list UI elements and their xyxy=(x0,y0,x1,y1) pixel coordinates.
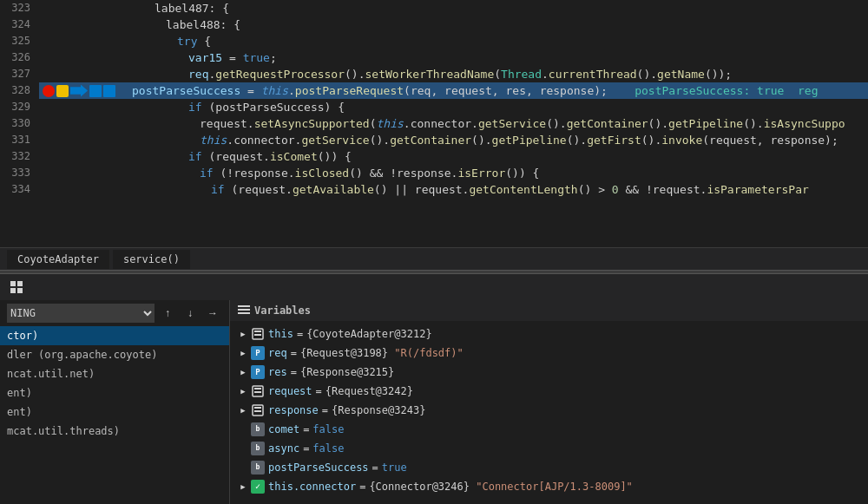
code-line-331: 331 this.connector.getService().getConta… xyxy=(0,132,868,148)
debug-arrow-indicator xyxy=(70,85,88,97)
var-eq-response: = xyxy=(322,401,328,420)
svg-rect-5 xyxy=(238,309,250,311)
var-row-response[interactable]: ▶ response = {Response@3243} xyxy=(230,401,868,420)
var-eq-this: = xyxy=(297,324,303,344)
var-icon-res: P xyxy=(251,365,265,379)
svg-rect-3 xyxy=(17,288,23,293)
var-icon-connector: ✓ xyxy=(251,480,265,494)
svg-rect-15 xyxy=(254,407,261,409)
stack-up-button[interactable]: ↑ xyxy=(158,304,177,323)
line-code-332: if (request.isComet()) { xyxy=(117,148,868,165)
var-row-connector[interactable]: ▶ ✓ this.connector = {Connector@3246} "C… xyxy=(230,477,868,496)
line-number-332: 332 xyxy=(0,148,39,165)
code-line-328: 328 postParseSuccess = this.postParseReq… xyxy=(0,82,868,99)
callstack-item-3-label: ent) xyxy=(7,383,32,403)
var-row-req[interactable]: ▶ P req = {Request@3198} "R(/fdsdf)" xyxy=(230,344,868,363)
svg-rect-1 xyxy=(17,281,23,286)
svg-rect-9 xyxy=(254,334,261,336)
expand-arrow-connector: ▶ xyxy=(237,481,249,493)
list-icon-request xyxy=(251,384,265,398)
var-name-async: async xyxy=(268,439,299,458)
stack-label-dropdown: NING ↑ ↓ → xyxy=(7,304,222,323)
line-code-323: label487: { xyxy=(117,0,868,16)
list-var-icon-response xyxy=(252,404,264,416)
var-row-request[interactable]: ▶ request = {Request@3242} xyxy=(230,382,868,401)
list-icon-this xyxy=(251,327,265,341)
var-val-connector: {Connector@3246} xyxy=(369,477,476,496)
callstack-item-1-label: dler (org.apache.coyote) xyxy=(7,345,157,364)
svg-rect-6 xyxy=(238,312,250,314)
callstack-item-0[interactable]: ctor) xyxy=(0,326,229,345)
stack-down-button[interactable]: ↓ xyxy=(181,304,200,323)
code-line-326: 326 var15 = true; xyxy=(0,49,868,66)
var-name-postparsesuccess: postParseSuccess xyxy=(268,458,369,477)
var-eq-postparsesuccess: = xyxy=(372,458,378,477)
line-number-327: 327 xyxy=(0,66,39,82)
line-code-330: request.setAsyncSupported(this.connector… xyxy=(117,115,868,132)
var-icon-async: b xyxy=(251,442,265,455)
expand-arrow-response: ▶ xyxy=(237,404,249,416)
tab-coyoteadapter[interactable]: CoyoteAdapter xyxy=(7,250,109,269)
line-code-331: this.connector.getService().getContainer… xyxy=(117,132,868,148)
expand-arrow-this: ▶ xyxy=(237,328,249,340)
code-line-327: 327 req.getRequestProcessor().setWorkerT… xyxy=(0,66,868,82)
highlight-marker xyxy=(56,85,69,97)
line-number-333: 333 xyxy=(0,165,39,181)
callstack-dropdown[interactable]: NING xyxy=(7,304,155,323)
callstack-item-0-label: ctor) xyxy=(7,326,38,345)
svg-rect-12 xyxy=(254,388,261,389)
line-number-334: 334 xyxy=(0,181,39,198)
grid-icon-button[interactable] xyxy=(7,278,26,297)
var-eq-connector: = xyxy=(359,477,365,496)
variables-header: Variables xyxy=(230,300,868,321)
var-name-response: response xyxy=(268,401,319,420)
variables-panel: Variables ▶ this = {CoyoteAdapter@3212} xyxy=(230,300,868,504)
var-val-req: {Request@3198} xyxy=(300,344,394,363)
expand-arrow-req: ▶ xyxy=(237,347,249,359)
var-row-comet: b comet = false xyxy=(230,420,868,439)
var-name-request: request xyxy=(268,382,312,401)
var-val-postparsesuccess: true xyxy=(382,458,407,477)
code-line-330: 330 request.setAsyncSupported(this.conne… xyxy=(0,115,868,132)
expand-arrow-res: ▶ xyxy=(237,366,249,378)
var-val-async: false xyxy=(312,439,344,458)
var-name-res: res xyxy=(268,363,287,382)
var-row-res[interactable]: ▶ P res = {Response@3215} xyxy=(230,363,868,382)
var-val-res: {Response@3215} xyxy=(300,363,394,382)
code-lines: 323 label487: { 324 label488: { 325 try … xyxy=(0,0,868,198)
svg-rect-8 xyxy=(254,331,261,332)
line-number-325: 325 xyxy=(0,33,39,49)
line-code-327: req.getRequestProcessor().setWorkerThrea… xyxy=(117,66,868,82)
line-number-330: 330 xyxy=(0,115,39,132)
line-number-328: 328 xyxy=(0,82,39,99)
breakpoint-icon xyxy=(43,85,55,97)
callstack-item-3[interactable]: ent) xyxy=(0,383,229,403)
callstack-item-4-label: ent) xyxy=(7,403,32,422)
callstack-item-1[interactable]: dler (org.apache.coyote) xyxy=(0,345,229,364)
line-code-325: try { xyxy=(117,33,868,49)
code-editor: 323 label487: { 324 label488: { 325 try … xyxy=(0,0,868,247)
code-line-334: 334 if (request.getAvailable() || reques… xyxy=(0,181,868,198)
line-gutter-328 xyxy=(39,85,117,97)
var-row-this[interactable]: ▶ this = {CoyoteAdapter@3212} xyxy=(230,324,868,344)
var-row-postparsesuccess: b postParseSuccess = true xyxy=(230,458,868,477)
code-line-329: 329 if (postParseSuccess) { xyxy=(0,99,868,115)
var-name-this: this xyxy=(268,324,293,344)
svg-rect-2 xyxy=(10,288,16,293)
callstack-item-2[interactable]: ncat.util.net) xyxy=(0,364,229,383)
callstack-item-4[interactable]: ent) xyxy=(0,403,229,422)
code-line-324: 324 label488: { xyxy=(0,16,868,33)
var-val-connector-str: "Connector[AJP/1.3-8009]" xyxy=(476,477,633,496)
tab-service[interactable]: service() xyxy=(113,250,190,269)
var-eq-async: = xyxy=(303,439,309,458)
stack-arrow-button[interactable]: → xyxy=(203,304,222,323)
callstack-item-2-label: ncat.util.net) xyxy=(7,364,95,383)
line-code-326: var15 = true; xyxy=(117,49,868,66)
code-line-333: 333 if (!response.isClosed() && !respons… xyxy=(0,165,868,181)
code-line-325: 325 try { xyxy=(0,33,868,49)
stack-label-area: NING ↑ ↓ → xyxy=(0,300,229,323)
callstack-item-5-label: mcat.util.threads) xyxy=(7,422,120,441)
var-row-async: b async = false xyxy=(230,439,868,458)
callstack-item-5[interactable]: mcat.util.threads) xyxy=(0,422,229,441)
debug-toolbar xyxy=(0,274,868,300)
